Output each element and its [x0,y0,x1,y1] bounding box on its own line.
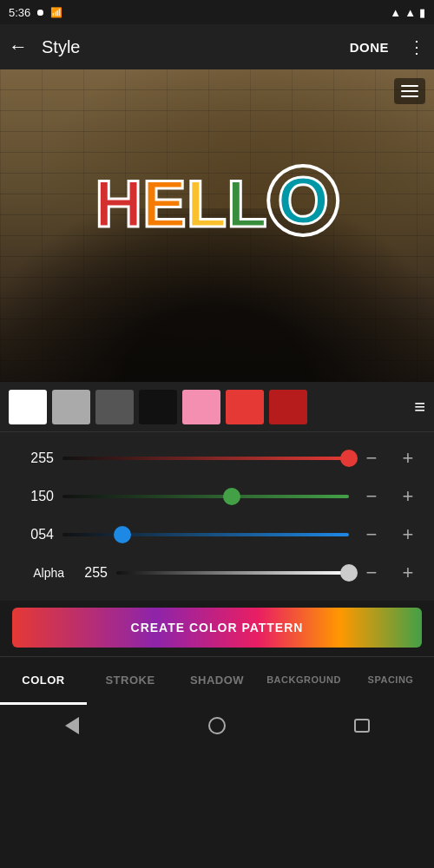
image-area: H E L L O [0,69,434,382]
tab-background[interactable]: BACKGROUND [260,657,347,705]
bottom-tabs: COLOR STROKE SHADOW BACKGROUND SPACING [0,656,434,705]
status-right: ▲ ▲ ▮ [390,6,425,19]
letter-l1: L [187,171,227,237]
create-btn-label: CREATE COLOR PATTERN [131,621,304,635]
blue-plus-button[interactable]: + [394,521,422,549]
nav-back-button[interactable] [46,710,98,741]
green-slider-track[interactable] [62,495,349,498]
green-slider-thumb[interactable] [223,488,240,505]
tab-stroke[interactable]: STROKE [87,657,174,705]
battery-icon: ▮ [419,6,425,19]
hello-text-container: H E L L O [95,164,339,237]
status-bar: 5:36 ⏺ 📶 ▲ ▲ ▮ [0,0,434,24]
alpha-plus-button[interactable]: + [394,559,422,587]
status-time: 5:36 [9,6,30,19]
more-options-button[interactable]: ⋮ [408,36,425,57]
alpha-slider-row: Alpha 255 − + [12,557,422,589]
letter-l2: L [227,171,266,237]
sliders-area: 255 − + 150 − + 054 − + Alpha 255 − + [0,432,434,601]
page-title: Style [42,37,341,57]
recents-icon [354,719,370,733]
alpha-minus-button[interactable]: − [358,559,385,587]
hello-text: H E L L O [95,164,339,237]
swatch-red[interactable] [226,390,264,424]
green-minus-button[interactable]: − [358,483,385,510]
blue-value-label: 054 [12,527,54,542]
back-icon [65,717,79,734]
swatch-light-gray[interactable] [52,390,90,424]
wifi-icon: ▲ [390,6,401,19]
status-left: 5:36 ⏺ 📶 [9,6,62,19]
nav-home-button[interactable] [191,710,243,741]
back-button[interactable]: ← [9,36,28,58]
red-slider-track[interactable] [62,457,349,460]
blue-minus-button[interactable]: − [358,521,385,549]
letter-h: H [95,171,142,237]
done-button[interactable]: DONE [350,40,389,55]
alpha-value-label: 255 [73,565,108,581]
tab-color[interactable]: COLOR [0,657,87,705]
green-plus-button[interactable]: + [394,483,422,510]
red-slider-row: 255 − + [12,443,422,474]
tab-spacing[interactable]: SPACING [347,657,434,705]
blue-slider-track[interactable] [62,533,349,536]
alpha-prefix-label: Alpha [12,566,64,580]
red-plus-button[interactable]: + [394,444,422,472]
blue-slider-row: 054 − + [12,519,422,550]
sim-icon: 📶 [50,7,62,18]
signal-icon: ▲ [404,6,416,19]
notification-icon: ⏺ [36,7,45,17]
color-swatches-row: ≡ [0,382,434,432]
nav-bar [0,705,434,746]
letter-o: O [267,164,339,237]
top-bar: ← Style DONE ⋮ [0,24,434,69]
swatches-menu-button[interactable]: ≡ [414,396,425,418]
swatch-dark-gray[interactable] [95,390,134,424]
tab-shadow[interactable]: SHADOW [174,657,260,705]
blue-slider-thumb[interactable] [114,526,131,543]
swatch-pink[interactable] [182,390,220,424]
swatch-white[interactable] [9,390,47,424]
red-slider-thumb[interactable] [340,450,358,467]
home-icon [208,717,226,734]
red-value-label: 255 [12,450,54,466]
nav-recents-button[interactable] [336,710,388,741]
letter-e: E [142,171,187,237]
swatch-dark-red[interactable] [269,390,307,424]
hamburger-menu-button[interactable] [394,78,425,104]
alpha-slider-thumb[interactable] [340,564,358,582]
alpha-slider-track[interactable] [116,571,349,575]
green-value-label: 150 [12,489,54,504]
create-color-pattern-button[interactable]: CREATE COLOR PATTERN [12,608,422,648]
swatch-black[interactable] [139,390,177,424]
red-minus-button[interactable]: − [358,444,385,472]
green-slider-row: 150 − + [12,481,422,512]
